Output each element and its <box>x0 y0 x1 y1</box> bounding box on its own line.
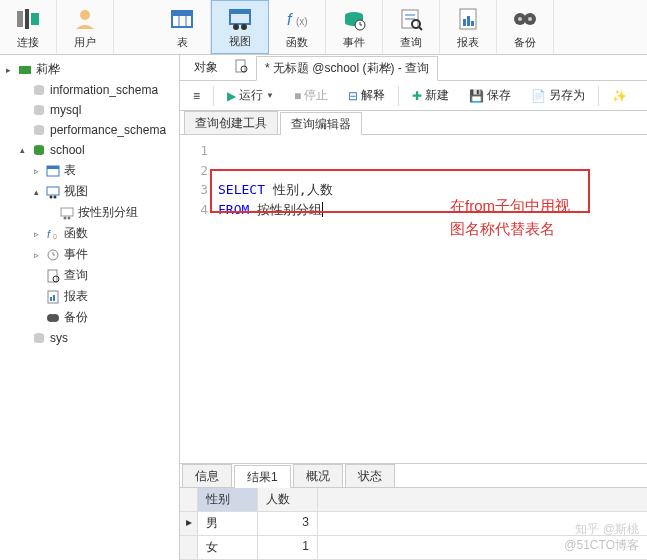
tab-object[interactable]: 对象 <box>186 56 226 79</box>
grid-cell[interactable]: 1 <box>258 536 318 559</box>
tree-events[interactable]: ▹事件 <box>0 244 179 265</box>
stop-icon: ■ <box>294 89 301 103</box>
result-tab-status[interactable]: 状态 <box>345 464 395 487</box>
database-open-icon <box>31 142 47 158</box>
link-icon <box>14 5 42 33</box>
toolbar-report[interactable]: 报表 <box>440 0 497 54</box>
result-tab-result1[interactable]: 结果1 <box>234 465 291 488</box>
toolbar-table[interactable]: 表 <box>154 0 211 54</box>
toolbar-query[interactable]: 查询 <box>383 0 440 54</box>
grid-column-header[interactable]: 人数 <box>258 488 318 511</box>
user-icon <box>71 5 99 33</box>
svg-rect-26 <box>471 21 474 26</box>
svg-point-43 <box>68 216 71 219</box>
view-icon <box>59 205 75 221</box>
svg-text:f: f <box>47 228 51 240</box>
main-toolbar: 连接 用户 表 视图 f(x)函数 事件 查询 报表 备份 <box>0 0 647 55</box>
chevron-down-icon[interactable]: ▼ <box>266 91 274 100</box>
tree-views[interactable]: ▴视图 <box>0 181 179 202</box>
database-icon <box>31 102 47 118</box>
grid-column-header[interactable]: 性别 <box>198 488 258 511</box>
play-icon: ▶ <box>227 89 236 103</box>
new-icon: ✚ <box>412 89 422 103</box>
report-icon <box>454 5 482 33</box>
saveas-icon: 📄 <box>531 89 546 103</box>
tree-view-item[interactable]: 按性别分组 <box>0 202 179 223</box>
database-icon <box>31 122 47 138</box>
watermark: 知乎 @斯桃 <box>575 521 639 538</box>
saveas-button[interactable]: 📄另存为 <box>524 84 592 107</box>
annotation-text: 在from子句中用视 图名称代替表名 <box>450 195 570 240</box>
grid-cell[interactable]: 3 <box>258 512 318 535</box>
tree-db[interactable]: information_schema <box>0 80 179 100</box>
new-button[interactable]: ✚新建 <box>405 84 456 107</box>
svg-point-39 <box>50 195 53 198</box>
run-button[interactable]: ▶运行▼ <box>220 84 281 107</box>
svg-point-42 <box>64 216 67 219</box>
tree-reports[interactable]: 报表 <box>0 286 179 307</box>
svg-rect-37 <box>47 166 59 169</box>
grid-cell[interactable]: 女 <box>198 536 258 559</box>
expander-icon[interactable]: ▸ <box>2 65 14 75</box>
toolbar-event[interactable]: 事件 <box>326 0 383 54</box>
expander-icon[interactable]: ▹ <box>30 229 42 239</box>
database-icon <box>31 330 47 346</box>
tab-editor[interactable]: 查询编辑器 <box>280 112 362 135</box>
tree-queries[interactable]: 查询 <box>0 265 179 286</box>
tree-functions[interactable]: ▹f0函数 <box>0 223 179 244</box>
tab-current-query[interactable]: * 无标题 @school (莉桦) - 查询 <box>256 56 438 81</box>
table-icon <box>45 163 61 179</box>
save-button[interactable]: 💾保存 <box>462 84 518 107</box>
expander-icon[interactable]: ▴ <box>16 145 28 155</box>
tree-connection[interactable]: ▸莉桦 <box>0 59 179 80</box>
svg-point-10 <box>233 24 239 30</box>
toolbar-connect[interactable]: 连接 <box>0 0 57 54</box>
toolbar-backup[interactable]: 备份 <box>497 0 554 54</box>
beautify-button[interactable]: ✨ <box>605 86 634 106</box>
query-icon <box>397 5 425 33</box>
expander-icon[interactable]: ▹ <box>30 166 42 176</box>
expander-icon[interactable]: ▴ <box>30 187 42 197</box>
svg-point-40 <box>54 195 57 198</box>
tree-tables[interactable]: ▹表 <box>0 160 179 181</box>
tree-backups[interactable]: 备份 <box>0 307 179 328</box>
line-number: 3 <box>188 180 208 200</box>
view-icon <box>226 5 254 32</box>
report-icon <box>45 289 61 305</box>
menu-button[interactable]: ≡ <box>186 86 207 106</box>
save-icon: 💾 <box>469 89 484 103</box>
tab-builder[interactable]: 查询创建工具 <box>184 111 278 134</box>
svg-rect-5 <box>172 11 192 16</box>
result-tab-info[interactable]: 信息 <box>182 464 232 487</box>
stop-button: ■停止 <box>287 84 335 107</box>
svg-rect-24 <box>463 19 466 26</box>
tree-db-school[interactable]: ▴school <box>0 140 179 160</box>
sql-table-name: 按性别分组 <box>257 202 323 217</box>
database-icon <box>31 82 47 98</box>
toolbar-function[interactable]: f(x)函数 <box>269 0 326 54</box>
svg-rect-1 <box>25 9 29 29</box>
grid-cell[interactable]: 男 <box>198 512 258 535</box>
explain-button[interactable]: ⊟解释 <box>341 84 392 107</box>
query-icon <box>45 268 61 284</box>
fx-icon: f0 <box>45 226 61 242</box>
connection-icon <box>17 62 33 78</box>
result-tabs: 信息 结果1 概况 状态 <box>180 464 647 488</box>
svg-rect-31 <box>19 66 31 74</box>
editor-mode-tabs: 查询创建工具 查询编辑器 <box>180 111 647 135</box>
svg-point-3 <box>80 10 90 20</box>
svg-point-29 <box>518 17 522 21</box>
sql-editor[interactable]: 1 2 3SELECT 性别,人数 4FROM 按性别分组 <box>180 135 647 463</box>
toolbar-user[interactable]: 用户 <box>57 0 114 54</box>
tree-db[interactable]: mysql <box>0 100 179 120</box>
result-tab-profile[interactable]: 概况 <box>293 464 343 487</box>
svg-rect-2 <box>31 13 39 25</box>
tree-db[interactable]: sys <box>0 328 179 348</box>
grid-row-marker: ▸ <box>180 512 198 535</box>
svg-text:0: 0 <box>53 233 57 240</box>
toolbar-view[interactable]: 视图 <box>211 0 269 54</box>
action-bar: ≡ ▶运行▼ ■停止 ⊟解释 ✚新建 💾保存 📄另存为 ✨ <box>180 81 647 111</box>
svg-text:(x): (x) <box>296 16 308 27</box>
tree-db[interactable]: performance_schema <box>0 120 179 140</box>
expander-icon[interactable]: ▹ <box>30 250 42 260</box>
